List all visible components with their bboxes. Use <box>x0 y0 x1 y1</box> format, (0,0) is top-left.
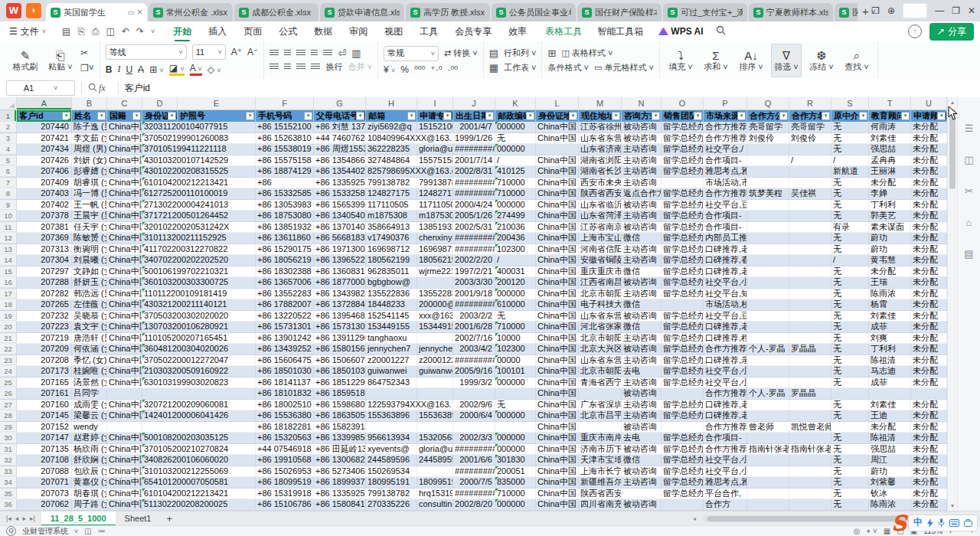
cell-J34[interactable]: 2000/7/5 <box>453 477 495 488</box>
cell-N21[interactable]: 主动咨询 <box>622 333 662 344</box>
cell-A16[interactable]: 207288 <box>17 277 72 288</box>
cell-A17[interactable]: 207282 <box>17 289 72 299</box>
row-number-19[interactable]: 19 <box>0 311 17 322</box>
horizontal-scroll-thumb[interactable] <box>707 516 919 521</box>
cell-G17[interactable]: +86 1343982452 <box>314 289 366 299</box>
cell-Q7[interactable] <box>747 178 789 188</box>
cell-U35[interactable]: 未分配 <box>911 489 947 499</box>
cell-C2[interactable]: China中国 <box>107 122 142 132</box>
cell-A15[interactable]: 207297 <box>17 266 72 277</box>
cell-O30[interactable]: 留学总经办 <box>662 433 704 443</box>
cell-L19[interactable]: China中国 <box>536 311 579 322</box>
cell-O20[interactable]: 留学总经办 <box>662 322 704 332</box>
add-sheet-button[interactable]: + <box>160 513 178 525</box>
row-number-25[interactable]: 25 <box>0 377 17 388</box>
cell-J24[interactable]: 2005/9/16 <box>453 366 495 377</box>
cell-K2[interactable]: 000000 <box>495 122 536 132</box>
row-number-3[interactable]: 3 <box>0 133 17 144</box>
file-tab[interactable]: S常州公积金 .xlsx <box>149 3 233 21</box>
cell-K11[interactable]: 210036 <box>495 222 536 233</box>
cell-N32[interactable]: 微信 <box>622 455 662 466</box>
cell-F36[interactable]: +86 15106786 <box>256 499 314 510</box>
decrease-font-icon[interactable]: A⁻ <box>247 47 258 57</box>
cell-J7[interactable]: ######### <box>453 178 495 188</box>
cell-R21[interactable] <box>789 333 831 344</box>
cell-R26[interactable]: 罗晶晶 <box>789 388 831 399</box>
scroll-down-icon[interactable]: ▾ <box>948 502 957 509</box>
cell-U12[interactable]: 未分配 <box>911 233 947 243</box>
cell-L33[interactable]: China中国 <box>536 466 579 477</box>
cell-L15[interactable]: China中国 <box>536 266 579 277</box>
cell-H8[interactable]: 124827175 <box>366 188 417 199</box>
cell-N10[interactable]: 主动咨询 <box>622 211 662 221</box>
cell-U15[interactable]: 未分配 <box>911 266 947 277</box>
cell-B31[interactable]: 杨欣雨 (女 <box>72 444 107 455</box>
cell-I4[interactable]: gloria@uk <box>417 144 453 155</box>
cell-O7[interactable] <box>662 178 704 188</box>
column-header-E[interactable]: 护照号▾ <box>178 110 256 122</box>
justify-icon[interactable] <box>311 64 320 70</box>
cell-A7[interactable]: 207409 <box>17 178 72 188</box>
cell-I12[interactable]: chenxinyur <box>417 233 453 243</box>
cell-S17[interactable]: 无 <box>831 289 869 299</box>
cell-D25[interactable]: 630103199903020823 <box>142 377 256 388</box>
cell-A25[interactable]: 207165 <box>17 377 72 388</box>
cell-L31[interactable]: China中国 <box>536 444 579 455</box>
cell-C20[interactable]: China中国 <box>107 322 142 332</box>
cell-N28[interactable]: 主动咨询 <box>622 410 662 421</box>
cell-B35[interactable]: 胡春琪 (女 <box>72 489 107 499</box>
cell-Q32[interactable] <box>747 455 789 466</box>
cell-G19[interactable]: +86 1395468251 <box>314 311 366 322</box>
select-all-corner[interactable] <box>0 97 17 110</box>
cell-H14[interactable]: 180562199 <box>366 255 417 266</box>
cell-K12[interactable]: 200436 <box>495 233 536 243</box>
cell-C32[interactable]: China中国 <box>107 455 142 466</box>
cell-C26[interactable] <box>107 388 142 399</box>
cell-S11[interactable]: 有录 <box>831 222 869 233</box>
cell-D18[interactable]: 430321200211140121 <box>142 299 256 310</box>
launcher-caret-icon[interactable]: ˅ <box>74 528 78 535</box>
cell-A34[interactable]: 207071 <box>17 477 72 488</box>
column-header-B[interactable]: 姓名▾ <box>72 110 107 122</box>
cell-Q27[interactable] <box>747 400 789 410</box>
cell-C18[interactable]: China中国 <box>107 299 142 310</box>
column-letter-F[interactable]: F <box>256 97 314 110</box>
cell-U2[interactable]: 未分配 <box>911 122 947 132</box>
cell-N18[interactable]: 微信 <box>622 299 662 310</box>
menu-item-8[interactable]: 会员专享 <box>455 21 492 42</box>
cell-P28[interactable]: 口碑推荐,老 <box>704 410 747 421</box>
cell-T7[interactable]: 未分配 <box>869 178 911 188</box>
cell-P36[interactable]: 合作方 <box>704 499 747 510</box>
cell-H10[interactable]: m1875308 <box>366 211 417 221</box>
increase-font-icon[interactable]: A⁺ <box>231 47 242 57</box>
row-number-2[interactable]: 2 <box>0 122 17 132</box>
cell-H3[interactable]: 108409964XXX@163. <box>366 133 453 144</box>
cell-H7[interactable]: 799138782 <box>366 178 417 188</box>
ime-language-toggle[interactable]: 中 <box>913 516 923 529</box>
cell-J13[interactable]: ######### <box>453 244 495 255</box>
cell-U22[interactable]: 未分配 <box>911 344 947 355</box>
cell-K20[interactable]: 710000 <box>495 322 536 332</box>
row-number-17[interactable]: 17 <box>0 289 17 299</box>
cell-N34[interactable]: 主动咨询 <box>622 477 662 488</box>
percent-icon[interactable]: % <box>400 64 409 75</box>
cell-D36[interactable]: 511302200208200025 <box>142 499 256 510</box>
cell-F28[interactable]: +86 15536380 <box>256 410 314 421</box>
row-number-8[interactable]: 8 <box>0 188 17 199</box>
cell-T34[interactable]: 刘紫馨 <box>869 477 911 488</box>
cell-A20[interactable]: 207223 <box>17 322 72 332</box>
cell-Q5[interactable] <box>747 155 789 166</box>
thousands-icon[interactable]: ⁰⁰⁰ <box>414 64 425 75</box>
cell-A2[interactable]: 207440 <box>17 122 72 132</box>
cell-A19[interactable]: 207232 <box>17 311 72 322</box>
row-number-7[interactable]: 7 <box>0 178 17 188</box>
cut-icon[interactable]: ✂ <box>80 47 94 58</box>
cell-F23[interactable]: +86 15606475 <box>256 355 314 366</box>
cell-I35[interactable]: hrq153199 <box>417 489 453 499</box>
filter-dropdown-icon[interactable]: ▾ <box>485 112 494 120</box>
cell-Q11[interactable] <box>747 222 789 233</box>
cell-K31[interactable]: 000000 <box>495 444 536 455</box>
increase-indent-icon[interactable] <box>323 50 332 57</box>
cell-C33[interactable]: China中国 <box>107 466 142 477</box>
menu-item-5[interactable]: 审阅 <box>349 21 368 42</box>
